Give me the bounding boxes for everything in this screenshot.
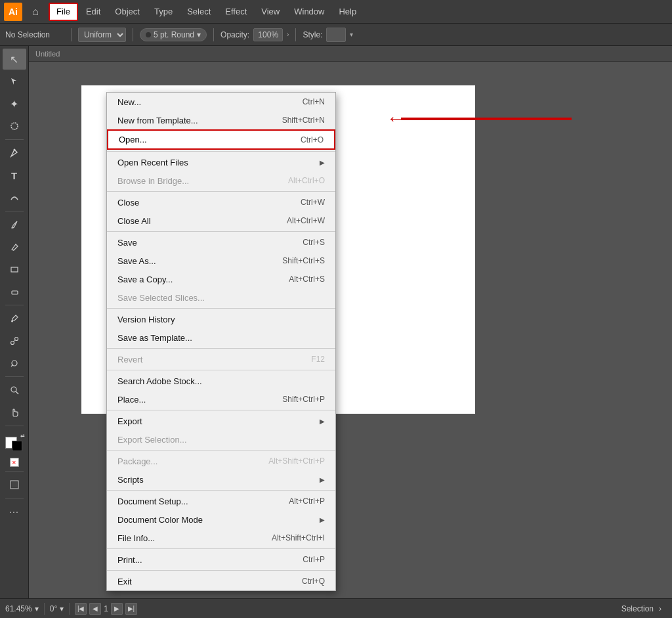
menu-item-search-stock[interactable]: Search Adobe Stock... xyxy=(107,372,335,390)
svg-point-0 xyxy=(11,123,18,129)
main-area: ↖ ✦ T xyxy=(0,46,672,598)
menu-item-export-selection: Export Selection... xyxy=(107,430,335,449)
menu-item-version-history[interactable]: Version History xyxy=(107,310,335,328)
file-menu-dropdown: New... Ctrl+N New from Template... Shift… xyxy=(106,92,336,591)
menu-item-save-copy[interactable]: Save a Copy... Alt+Ctrl+S xyxy=(107,270,335,288)
menu-item-scripts-label: Scripts xyxy=(117,475,144,485)
swap-colors-icon[interactable]: ⇄ xyxy=(20,433,25,439)
menu-item-save-label: Save xyxy=(117,238,137,248)
first-page-button[interactable]: |◀ xyxy=(75,603,87,615)
toolbar-separator-3 xyxy=(213,28,214,41)
prev-page-button[interactable]: ◀ xyxy=(89,603,101,615)
menu-item-new-label: New... xyxy=(117,97,141,107)
menu-separator-11 xyxy=(107,570,335,571)
svg-rect-2 xyxy=(11,267,18,272)
menu-item-new[interactable]: New... Ctrl+N xyxy=(107,93,335,111)
brush-shape-select[interactable]: Uniform xyxy=(78,28,126,42)
menubar-effect[interactable]: Effect xyxy=(219,3,253,21)
menubar-object[interactable]: Object xyxy=(108,3,146,21)
menu-item-open-label: Open... xyxy=(119,135,147,144)
menu-item-scripts[interactable]: Scripts ▶ xyxy=(107,470,335,489)
canvas-area: Untitled ← New... Ctrl+N New from Templa… xyxy=(29,46,672,598)
menu-item-file-info-shortcut: Alt+Shift+Ctrl+I xyxy=(272,533,325,542)
rotation-control[interactable]: 0° ▾ xyxy=(50,604,64,613)
menu-item-new-template-label: New from Template... xyxy=(117,116,198,125)
tool-pen[interactable] xyxy=(3,143,26,164)
menu-item-revert-label: Revert xyxy=(117,355,142,364)
menu-item-export[interactable]: Export ▶ xyxy=(107,412,335,430)
open-recent-submenu-icon: ▶ xyxy=(320,159,325,166)
no-color-icon[interactable]: ✕ xyxy=(10,458,19,467)
menubar-help[interactable]: Help xyxy=(332,3,363,21)
tool-brush[interactable] xyxy=(3,214,26,235)
zoom-dropdown-icon: ▾ xyxy=(35,604,39,613)
menu-item-save-as-label: Save As... xyxy=(117,256,156,266)
style-label: Style: xyxy=(303,30,322,39)
tool-pencil[interactable] xyxy=(3,236,26,257)
menu-item-close[interactable]: Close Ctrl+W xyxy=(107,193,335,211)
tool-rectangle[interactable] xyxy=(3,259,26,280)
tool-more[interactable]: ··· xyxy=(3,501,26,522)
brush-dropdown-icon: ▾ xyxy=(197,30,201,39)
menu-item-place-label: Place... xyxy=(117,395,146,405)
stroke-color-swatch[interactable] xyxy=(12,441,22,451)
tool-blend[interactable] xyxy=(3,330,26,351)
tool-lasso-2[interactable] xyxy=(3,353,26,374)
menubar-edit[interactable]: Edit xyxy=(79,3,107,21)
menu-item-print[interactable]: Print... Ctrl+P xyxy=(107,550,335,569)
menu-item-save[interactable]: Save Ctrl+S xyxy=(107,233,335,252)
menubar-type[interactable]: Type xyxy=(148,3,179,21)
menu-separator-4 xyxy=(107,308,335,309)
style-select[interactable] xyxy=(326,28,346,42)
svg-rect-3 xyxy=(12,291,18,294)
menu-item-new-template-shortcut: Shift+Ctrl+N xyxy=(282,116,325,125)
menu-item-close-label: Close xyxy=(117,198,139,208)
canvas-tab: Untitled xyxy=(29,46,672,62)
menu-item-open[interactable]: Open... Ctrl+O xyxy=(107,129,335,150)
menu-item-save-copy-label: Save a Copy... xyxy=(117,275,173,284)
home-button[interactable]: ⌂ xyxy=(26,3,45,21)
menu-separator-1 xyxy=(107,151,335,152)
menu-item-doc-color-mode[interactable]: Document Color Mode ▶ xyxy=(107,510,335,529)
menu-item-save-as[interactable]: Save As... Shift+Ctrl+S xyxy=(107,252,335,270)
next-page-button[interactable]: ▶ xyxy=(111,603,123,615)
menu-item-close-all[interactable]: Close All Alt+Ctrl+W xyxy=(107,211,335,230)
tool-lasso[interactable] xyxy=(3,116,26,137)
menu-item-close-all-label: Close All xyxy=(117,216,151,226)
tool-eyedropper[interactable] xyxy=(3,308,26,329)
tool-magic-wand[interactable]: ✦ xyxy=(3,93,26,114)
tool-curvature[interactable] xyxy=(3,187,26,208)
style-dropdown-icon: ▾ xyxy=(350,31,353,38)
tool-select[interactable]: ↖ xyxy=(3,49,26,70)
menu-item-open-shortcut: Ctrl+O xyxy=(301,135,324,144)
color-swatches[interactable]: ⇄ xyxy=(3,431,26,452)
brush-size-control[interactable]: 5 pt. Round ▾ xyxy=(140,28,207,41)
menu-item-new-template[interactable]: New from Template... Shift+Ctrl+N xyxy=(107,111,335,129)
opacity-value[interactable]: 100% xyxy=(253,28,283,41)
menu-item-exit[interactable]: Exit Ctrl+Q xyxy=(107,572,335,590)
menubar-view[interactable]: View xyxy=(255,3,286,21)
menu-item-package-label: Package... xyxy=(117,456,158,466)
menubar-select[interactable]: Select xyxy=(180,3,217,21)
menubar-file[interactable]: File xyxy=(49,3,78,21)
tool-type[interactable]: T xyxy=(3,165,26,186)
tool-eraser[interactable] xyxy=(3,281,26,302)
document-title: Untitled xyxy=(35,50,60,58)
menu-item-file-info[interactable]: File Info... Alt+Shift+Ctrl+I xyxy=(107,529,335,547)
menu-item-place[interactable]: Place... Shift+Ctrl+P xyxy=(107,390,335,408)
menu-item-save-template[interactable]: Save as Template... xyxy=(107,328,335,347)
status-separator-1 xyxy=(44,603,45,615)
tool-direct-select[interactable] xyxy=(3,71,26,92)
menu-item-doc-setup[interactable]: Document Setup... Alt+Ctrl+P xyxy=(107,492,335,510)
tool-hand[interactable] xyxy=(3,402,26,423)
status-selection-label: Selection xyxy=(621,604,654,613)
zoom-level-control[interactable]: 61.45% ▾ xyxy=(5,604,39,613)
tool-zoom[interactable] xyxy=(3,380,26,401)
menu-item-open-recent[interactable]: Open Recent Files ▶ xyxy=(107,153,335,171)
last-page-button[interactable]: ▶| xyxy=(125,603,137,615)
tool-screen-mode[interactable] xyxy=(3,474,26,495)
doc-color-mode-submenu-icon: ▶ xyxy=(320,516,325,523)
no-selection-label: No Selection xyxy=(5,30,64,39)
menubar-window[interactable]: Window xyxy=(287,3,331,21)
brush-size-label: 5 pt. Round xyxy=(154,30,194,39)
